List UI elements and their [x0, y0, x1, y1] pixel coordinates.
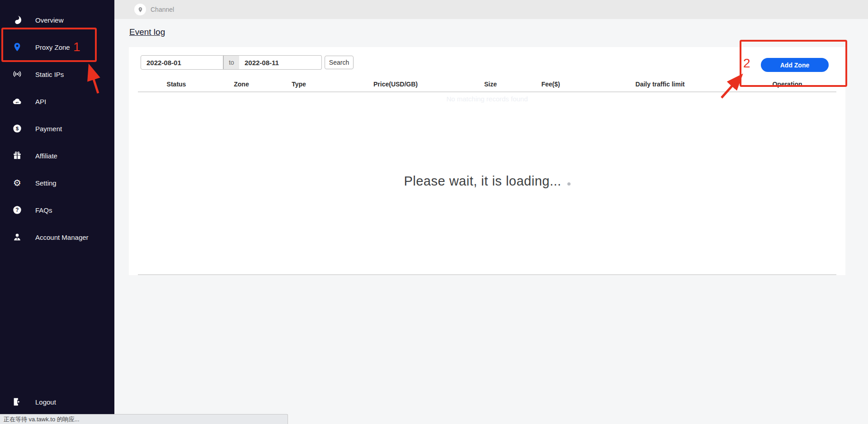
sidebar-item-label: Affiliate	[35, 152, 57, 160]
sidebar-item-affiliate[interactable]: Affiliate	[0, 146, 114, 166]
dollar-icon: $	[12, 124, 23, 133]
column-header-fee: Fee($)	[519, 81, 582, 88]
sidebar-item-label: Setting	[35, 179, 57, 187]
card-bottom-divider	[138, 274, 836, 275]
loading-text: Please wait, it is loading...	[404, 174, 561, 189]
column-header-type: Type	[268, 81, 330, 88]
topbar: Channel	[114, 0, 868, 19]
date-filter-row: to Search	[141, 55, 354, 70]
proxy-zone-card: to Search Add Zone Status Zone Type Pric…	[129, 47, 845, 275]
svg-text:$: $	[16, 126, 19, 131]
loading-dot	[567, 182, 571, 186]
sidebar-item-payment[interactable]: $ Payment	[0, 119, 114, 138]
column-header-size: Size	[462, 81, 519, 88]
sidebar-item-label: Proxy Zone	[35, 43, 70, 51]
search-button[interactable]: Search	[325, 56, 354, 69]
svg-text:?: ?	[15, 207, 19, 213]
sidebar-item-setting[interactable]: ⚙ Setting	[0, 173, 114, 193]
status-text: 正在等待 va.tawk.to 的响应...	[4, 415, 80, 424]
question-icon: ?	[12, 205, 23, 215]
sidebar-item-static-ips[interactable]: Static IPs	[0, 64, 114, 84]
sidebar-item-label: Logout	[35, 398, 56, 406]
sidebar-item-account-manager[interactable]: Account Manager	[0, 227, 114, 247]
gift-icon	[12, 151, 23, 161]
column-header-operation: Operation	[738, 81, 836, 88]
person-icon	[12, 232, 23, 242]
sidebar-item-api[interactable]: API API	[0, 91, 114, 111]
sidebar-item-proxy-zone[interactable]: Proxy Zone	[0, 37, 114, 57]
overview-logo-icon	[12, 15, 23, 25]
gear-icon: ⚙	[12, 178, 23, 187]
sidebar-item-label: Static IPs	[35, 71, 64, 78]
add-zone-button[interactable]: Add Zone	[761, 58, 829, 72]
empty-table-message: No matching records found	[129, 95, 845, 103]
sidebar: Overview Proxy Zone Static IPs	[0, 0, 114, 414]
sidebar-item-label: FAQs	[35, 206, 52, 214]
date-from-input[interactable]	[141, 55, 223, 70]
column-header-daily-traffic-limit: Daily traffic limit	[582, 81, 738, 88]
channel-pin-icon	[134, 4, 146, 15]
date-range-to-label: to	[223, 55, 239, 70]
logout-icon	[12, 397, 23, 407]
sidebar-item-faqs[interactable]: ? FAQs	[0, 200, 114, 220]
sidebar-item-overview[interactable]: Overview	[0, 10, 114, 30]
app-window: Overview Proxy Zone Static IPs	[0, 0, 868, 424]
breadcrumb: Channel	[151, 6, 174, 13]
sidebar-item-label: API	[35, 98, 46, 105]
cloud-api-icon: API	[12, 96, 23, 106]
column-header-status: Status	[138, 81, 215, 88]
loading-indicator: Please wait, it is loading...	[129, 174, 845, 189]
column-header-zone: Zone	[215, 81, 268, 88]
column-header-price: Price(USD/GB)	[330, 81, 462, 88]
sidebar-item-logout[interactable]: Logout	[0, 392, 114, 412]
sidebar-item-label: Overview	[35, 16, 64, 24]
sidebar-item-label: Account Manager	[35, 233, 89, 241]
date-to-input[interactable]	[239, 55, 322, 70]
location-pin-icon	[12, 42, 23, 52]
event-log-link[interactable]: Event log	[129, 27, 165, 37]
table-header-row: Status Zone Type Price(USD/GB) Size Fee(…	[138, 77, 836, 92]
sidebar-item-label: Payment	[35, 125, 62, 133]
svg-text:API: API	[15, 101, 19, 104]
browser-status-bar: 正在等待 va.tawk.to 的响应...	[0, 414, 288, 424]
broadcast-icon	[12, 69, 23, 79]
